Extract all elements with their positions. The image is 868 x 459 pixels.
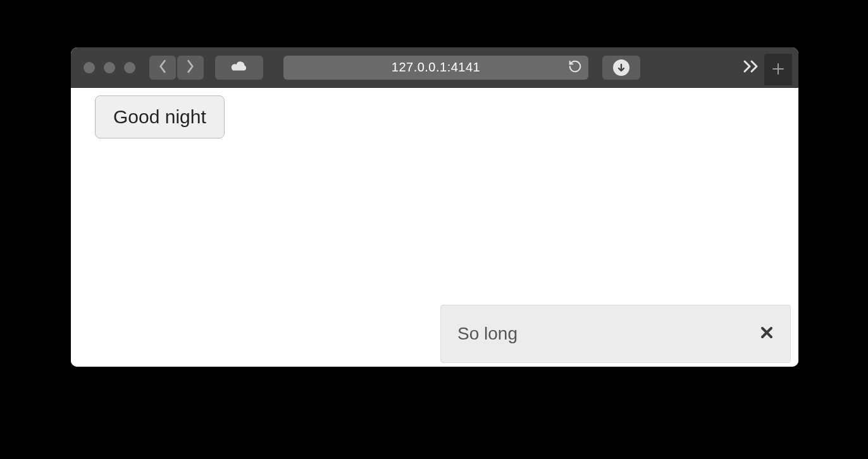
- toast-close-button[interactable]: [760, 324, 774, 344]
- download-icon: [613, 59, 629, 76]
- good-night-button[interactable]: Good night: [95, 95, 225, 138]
- close-icon: [760, 324, 774, 344]
- maximize-window-button[interactable]: [124, 62, 135, 73]
- toast-message: So long: [457, 324, 518, 344]
- icloud-tabs-button[interactable]: [215, 56, 263, 80]
- reload-button[interactable]: [568, 59, 582, 76]
- forward-button[interactable]: [177, 56, 204, 80]
- cloud-icon: [230, 60, 249, 75]
- address-bar[interactable]: 127.0.0.1:4141: [283, 56, 588, 80]
- browser-window: 127.0.0.1:4141: [71, 47, 798, 367]
- plus-icon: [771, 62, 785, 78]
- double-chevron-right-icon: [743, 59, 760, 75]
- browser-titlebar: 127.0.0.1:4141: [71, 47, 798, 88]
- chevron-right-icon: [186, 59, 195, 75]
- window-controls: [84, 62, 135, 73]
- chevron-left-icon: [158, 59, 167, 75]
- reload-icon: [568, 64, 582, 75]
- toolbar-overflow-button[interactable]: [739, 56, 764, 80]
- close-window-button[interactable]: [84, 62, 95, 73]
- titlebar-right-group: [739, 54, 792, 81]
- back-button[interactable]: [149, 56, 176, 80]
- nav-group: [149, 56, 204, 80]
- new-tab-button[interactable]: [764, 54, 792, 85]
- toast-notification: So long: [440, 305, 791, 363]
- address-text: 127.0.0.1:4141: [392, 60, 480, 75]
- page-content: Good night So long: [71, 88, 798, 367]
- downloads-button[interactable]: [602, 56, 640, 80]
- minimize-window-button[interactable]: [104, 62, 115, 73]
